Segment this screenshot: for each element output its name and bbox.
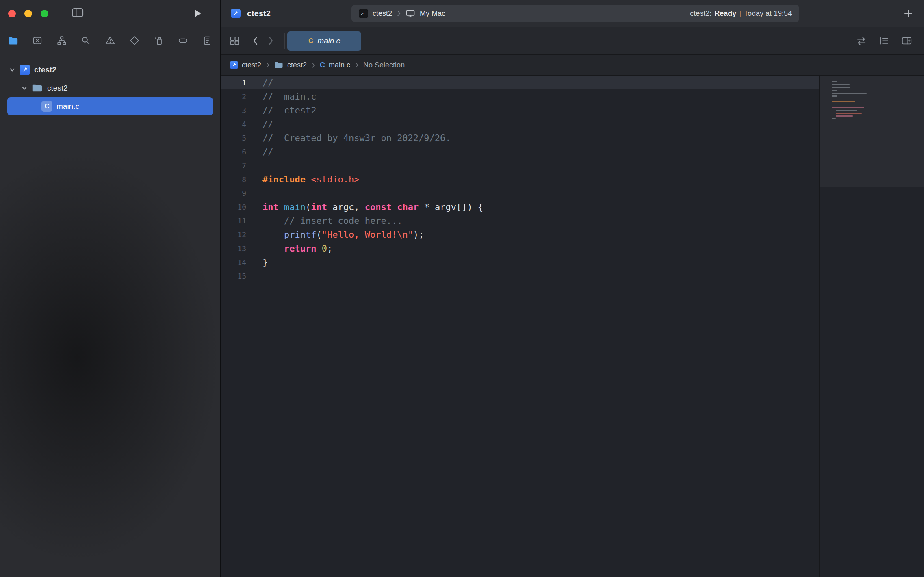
zoom-window-button[interactable] xyxy=(41,10,48,17)
status-state: Ready xyxy=(714,9,736,18)
line-number[interactable]: 14 xyxy=(221,258,255,267)
breadcrumb-item-group[interactable]: ctest2 xyxy=(274,61,307,69)
c-file-icon: C xyxy=(320,61,325,69)
tree-item-label: main.c xyxy=(56,102,79,111)
test-navigator-icon[interactable] xyxy=(128,35,141,47)
report-navigator-icon[interactable] xyxy=(201,35,213,47)
line-number[interactable]: 12 xyxy=(221,230,255,239)
line-number[interactable]: 6 xyxy=(221,148,255,156)
line-number[interactable]: 5 xyxy=(221,134,255,142)
close-window-button[interactable] xyxy=(8,10,16,17)
code-text[interactable]: // Created by 4nsw3r on 2022/9/26. xyxy=(255,133,451,143)
code-line[interactable]: 14} xyxy=(221,255,819,269)
issue-navigator-icon[interactable] xyxy=(104,35,116,47)
go-forward-icon[interactable] xyxy=(267,35,274,46)
line-number[interactable]: 15 xyxy=(221,272,255,280)
code-text[interactable]: // insert code here... xyxy=(255,216,402,226)
code-line[interactable]: 11 // insert code here... xyxy=(221,214,819,228)
scheme-selector[interactable]: ctest2 xyxy=(373,9,392,18)
breadcrumb-label: ctest2 xyxy=(287,61,307,69)
sidebar-toggle-icon[interactable] xyxy=(72,7,84,18)
code-line[interactable]: 5// Created by 4nsw3r on 2022/9/26. xyxy=(221,131,819,145)
tab-main-c[interactable]: C main.c xyxy=(287,31,361,51)
line-number[interactable]: 7 xyxy=(221,161,255,170)
breadcrumb-item-project[interactable]: ctest2 xyxy=(230,61,261,69)
breadcrumb: ctest2 ctest2 C main.c No Se xyxy=(221,55,924,76)
chevron-right-icon xyxy=(397,10,401,17)
code-line[interactable]: 1// xyxy=(221,76,819,89)
debug-navigator-icon[interactable] xyxy=(153,35,165,47)
code-text[interactable]: // xyxy=(255,78,273,88)
line-number[interactable]: 11 xyxy=(221,217,255,225)
project-app-icon xyxy=(231,9,241,18)
project-navigator-icon[interactable] xyxy=(7,35,19,47)
disclosure-chevron-icon[interactable] xyxy=(9,67,15,73)
symbol-navigator-icon[interactable] xyxy=(56,35,68,47)
breadcrumb-item-selection[interactable]: No Selection xyxy=(363,61,405,69)
status-divider: | xyxy=(739,9,741,18)
activity-status-bar: >_ ctest2 My Mac ctest2: Ready | Today a… xyxy=(351,5,799,22)
editor-options-icon[interactable] xyxy=(878,35,889,46)
code-text[interactable]: } xyxy=(255,257,268,267)
window-title: ctest2 xyxy=(247,9,271,18)
breadcrumb-item-file[interactable]: C main.c xyxy=(320,61,350,69)
line-number[interactable]: 4 xyxy=(221,120,255,128)
code-editor[interactable]: 1//2// main.c3// ctest24//5// Created by… xyxy=(221,76,924,577)
code-line[interactable]: 7 xyxy=(221,158,819,172)
line-number[interactable]: 1 xyxy=(221,78,255,87)
minimize-window-button[interactable] xyxy=(24,10,32,17)
terminal-icon: >_ xyxy=(359,9,368,18)
code-line[interactable]: 9 xyxy=(221,186,819,200)
build-status-message: ctest2: Ready | Today at 19:54 xyxy=(690,9,792,18)
code-text[interactable]: // xyxy=(255,147,273,157)
code-area[interactable]: 1//2// main.c3// ctest24//5// Created by… xyxy=(221,76,819,283)
code-line[interactable]: 15 xyxy=(221,269,819,283)
xcode-window: ctest2 ctest2 C main.c xyxy=(0,0,924,577)
code-text[interactable]: int main(int argc, const char * argv[]) … xyxy=(255,202,483,212)
disclosure-chevron-icon[interactable] xyxy=(21,85,28,91)
breadcrumb-label: main.c xyxy=(329,61,350,69)
code-line[interactable]: 8#include <stdio.h> xyxy=(221,172,819,186)
line-number[interactable]: 3 xyxy=(221,106,255,115)
breakpoint-navigator-icon[interactable] xyxy=(177,35,189,47)
tree-item-label: ctest2 xyxy=(34,65,56,74)
code-line[interactable]: 12 printf("Hello, World!\n"); xyxy=(221,228,819,241)
tabbar-separator xyxy=(284,33,285,49)
line-number[interactable]: 2 xyxy=(221,92,255,101)
code-text[interactable]: printf("Hello, World!\n"); xyxy=(255,230,424,240)
tree-item-folder[interactable]: ctest2 xyxy=(0,79,220,97)
line-number[interactable]: 10 xyxy=(221,203,255,211)
code-line[interactable]: 10int main(int argc, const char * argv[]… xyxy=(221,200,819,214)
code-text[interactable]: // xyxy=(255,119,273,129)
add-editor-icon[interactable] xyxy=(901,35,913,46)
tree-item-file-selected[interactable]: C main.c xyxy=(7,97,213,115)
find-navigator-icon[interactable] xyxy=(80,35,92,47)
run-button[interactable] xyxy=(193,8,203,19)
code-line[interactable]: 3// ctest2 xyxy=(221,103,819,117)
line-number[interactable]: 9 xyxy=(221,189,255,197)
chevron-right-icon xyxy=(266,62,270,69)
code-line[interactable]: 6// xyxy=(221,145,819,158)
destination-selector[interactable]: My Mac xyxy=(420,9,445,18)
source-control-navigator-icon[interactable] xyxy=(31,35,43,47)
code-line[interactable]: 4// xyxy=(221,117,819,131)
c-file-icon: C xyxy=(308,37,313,45)
code-text[interactable]: #include <stdio.h> xyxy=(255,174,359,184)
code-text[interactable]: return 0; xyxy=(255,243,332,254)
sidebar-toolbar xyxy=(0,0,220,27)
related-items-grid-icon[interactable] xyxy=(229,35,240,46)
code-line[interactable]: 13 return 0; xyxy=(221,241,819,255)
code-text[interactable]: // main.c xyxy=(255,91,316,102)
window-controls xyxy=(8,10,48,17)
line-number[interactable]: 8 xyxy=(221,175,255,184)
code-text[interactable]: // ctest2 xyxy=(255,105,316,115)
add-button[interactable] xyxy=(903,9,913,19)
project-app-icon xyxy=(230,61,238,69)
line-number[interactable]: 13 xyxy=(221,244,255,253)
main-area: ctest2 >_ ctest2 My Mac ctest2: Ready xyxy=(221,0,924,577)
go-back-icon[interactable] xyxy=(252,35,259,46)
minimap[interactable] xyxy=(819,76,924,577)
tree-item-project[interactable]: ctest2 xyxy=(0,61,220,79)
swap-arrows-icon[interactable] xyxy=(856,35,867,47)
code-line[interactable]: 2// main.c xyxy=(221,89,819,103)
